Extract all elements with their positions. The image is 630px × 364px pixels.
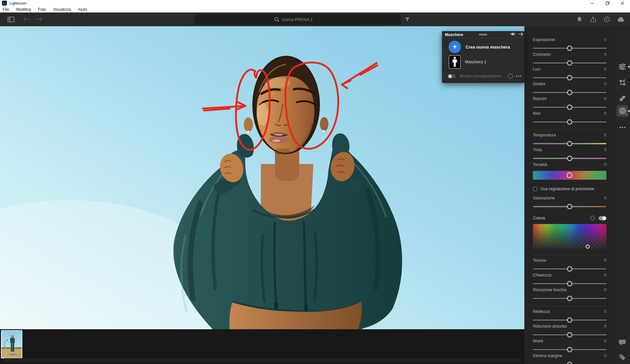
slider-handle[interactable] xyxy=(567,281,572,286)
menu-aiuto[interactable]: Aiuto xyxy=(74,7,91,12)
edit-adjustments-icon[interactable] xyxy=(614,60,630,73)
slider-neri: Neri0 xyxy=(533,111,606,126)
filmstrip-thumbnail-selected[interactable] xyxy=(1,330,22,358)
minimize-button[interactable] xyxy=(585,0,600,6)
color-swatch-circle-icon[interactable] xyxy=(590,216,595,220)
slider-track[interactable] xyxy=(533,119,606,125)
share-export-icon[interactable] xyxy=(589,12,598,26)
menu-file[interactable]: File xyxy=(2,7,12,12)
slider-handle[interactable] xyxy=(567,75,572,80)
masks-panel-title: Maschere xyxy=(445,32,463,37)
slider-handle[interactable] xyxy=(567,266,572,272)
slider-handle[interactable] xyxy=(567,347,572,352)
slider-rimozione-foschia: Rimozione foschia0 xyxy=(533,288,606,302)
colora-section: Colora xyxy=(533,214,606,251)
more-tools-icon[interactable] xyxy=(614,121,630,134)
slider-track[interactable] xyxy=(533,46,606,51)
slider-elimina-margine: Elimina margine0 xyxy=(533,354,606,364)
forward-arrow-icon[interactable] xyxy=(35,12,43,26)
slider-handle[interactable] xyxy=(567,141,572,146)
slider-handle[interactable] xyxy=(567,105,572,110)
slider-track[interactable] xyxy=(533,60,606,66)
slider-moire: Moiré0 xyxy=(533,339,606,354)
show-overlay-toggle[interactable] xyxy=(448,74,456,78)
slider-handle[interactable] xyxy=(567,204,572,209)
slider-handle[interactable] xyxy=(567,119,572,125)
slider-contrasto: Contrasto0 xyxy=(533,52,606,67)
colora-toggle[interactable] xyxy=(598,216,606,220)
slider-handle[interactable] xyxy=(567,156,572,161)
close-button[interactable] xyxy=(615,0,630,6)
slider-handle[interactable] xyxy=(567,60,572,66)
slider-track[interactable] xyxy=(533,90,606,95)
panels-toggle-icon[interactable] xyxy=(7,12,15,26)
slider-track[interactable] xyxy=(533,281,606,287)
slider-tonalita: Tonalità0 xyxy=(533,162,606,181)
masking-tool-icon-active[interactable] xyxy=(617,105,628,117)
hue-handle[interactable] xyxy=(567,172,572,178)
filter-icon[interactable] xyxy=(403,12,411,26)
menu-visualizza[interactable]: Visualizza xyxy=(50,7,74,12)
slider-handle[interactable] xyxy=(567,362,572,364)
healing-brush-icon[interactable] xyxy=(614,92,630,105)
create-mask-plus-button[interactable]: + xyxy=(449,41,461,53)
slider-saturazione: Saturazione0 xyxy=(533,196,606,211)
help-icon[interactable]: ? xyxy=(602,12,611,26)
create-mask-row[interactable]: + Crea nuova maschera xyxy=(442,40,524,53)
section-divider xyxy=(533,130,606,130)
slider-handle[interactable] xyxy=(567,46,572,51)
edited-indicator-dot xyxy=(628,110,630,112)
show-overlay-label: Mostra sovrapposizione xyxy=(459,74,501,78)
menu-foto[interactable]: Foto xyxy=(34,7,50,12)
slider-handle[interactable] xyxy=(567,332,572,337)
color-picker-field[interactable] xyxy=(533,224,606,249)
tool-strip xyxy=(614,26,630,364)
drag-handle[interactable] xyxy=(479,34,487,35)
slider-handle[interactable] xyxy=(567,296,572,301)
slider-track[interactable] xyxy=(533,362,606,364)
slider-temperatura: Temperatura0 xyxy=(533,133,606,148)
precision-checkbox-row[interactable]: Usa regolazione di precisione xyxy=(533,185,606,192)
slider-tinta: Tinta0 xyxy=(533,148,606,162)
slider-track[interactable] xyxy=(533,332,606,338)
slider-track[interactable] xyxy=(533,317,606,323)
hue-gradient-bar[interactable] xyxy=(533,171,606,180)
section-divider xyxy=(533,255,606,255)
mask-1-row[interactable]: Maschera 1 xyxy=(442,55,524,69)
filmstrip-scrollbar[interactable] xyxy=(3,358,522,362)
restore-button[interactable] xyxy=(600,0,615,6)
crop-tool-icon[interactable] xyxy=(614,76,630,89)
menu-modifica[interactable]: Modifica xyxy=(12,7,34,12)
lightroom-app: Lr Lightroom File Modifica Foto Visualiz… xyxy=(0,0,630,364)
slider-track[interactable] xyxy=(533,105,606,110)
search-bar[interactable] xyxy=(195,14,401,25)
cloud-sync-icon[interactable] xyxy=(616,12,626,26)
overlay-color-icon[interactable] xyxy=(508,74,513,79)
masks-panel-header[interactable]: Maschere xyxy=(442,31,524,38)
masks-more-options-icon[interactable]: ••• xyxy=(516,74,522,79)
comments-icon[interactable] xyxy=(614,336,630,349)
slider-track[interactable] xyxy=(533,347,606,353)
precision-checkbox[interactable] xyxy=(533,187,537,191)
mask-1-label: Maschera 1 xyxy=(465,60,486,64)
slider-track[interactable] xyxy=(533,296,606,301)
slider-handle[interactable] xyxy=(567,90,572,95)
slider-track[interactable] xyxy=(533,204,606,210)
masks-dock-arrow-icon[interactable] xyxy=(518,32,523,36)
slider-handle[interactable] xyxy=(567,317,572,323)
notifications-bell-icon[interactable] xyxy=(575,12,584,26)
slider-ombre: Ombre0 xyxy=(533,82,606,96)
search-input[interactable] xyxy=(282,17,322,22)
keywords-tag-icon[interactable] xyxy=(614,351,630,364)
title-bar: Lr Lightroom xyxy=(0,0,630,6)
mask-1-thumbnail[interactable] xyxy=(449,55,461,69)
slider-track[interactable] xyxy=(533,156,606,161)
edited-indicator-dot xyxy=(628,66,630,68)
app-title: Lightroom xyxy=(10,1,26,5)
slider-track[interactable] xyxy=(533,75,606,81)
back-arrow-icon[interactable] xyxy=(22,12,31,26)
slider-track[interactable] xyxy=(533,266,606,272)
svg-text:?: ? xyxy=(606,18,608,21)
slider-track[interactable] xyxy=(533,141,606,147)
masks-visibility-eye-icon[interactable] xyxy=(510,32,515,36)
